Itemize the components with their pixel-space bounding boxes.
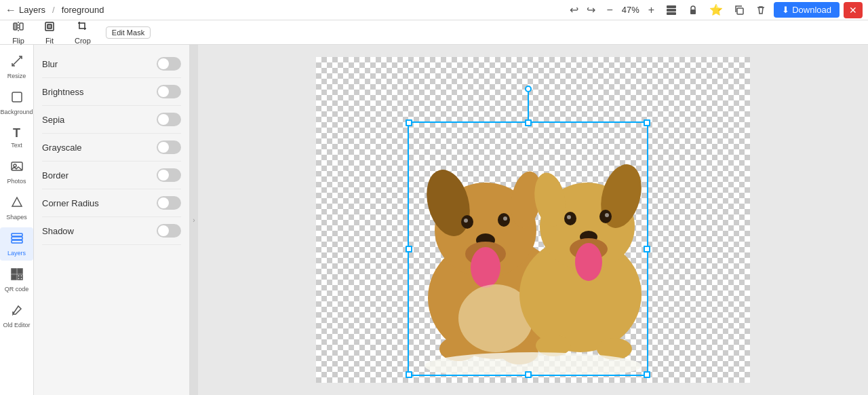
canvas-area[interactable] bbox=[198, 45, 868, 395]
download-button[interactable]: ⬇ Download bbox=[774, 2, 840, 18]
corner-radius-row: Corner Radius bbox=[42, 189, 181, 217]
svg-point-46 bbox=[567, 215, 571, 219]
download-label: Download bbox=[792, 5, 831, 15]
grayscale-toggle[interactable] bbox=[157, 140, 181, 154]
crop-icon bbox=[77, 20, 89, 35]
svg-rect-20 bbox=[18, 269, 22, 273]
svg-rect-25 bbox=[18, 278, 20, 280]
svg-point-51 bbox=[575, 243, 602, 281]
svg-rect-23 bbox=[18, 275, 20, 277]
svg-rect-2 bbox=[667, 12, 676, 15]
brightness-row: Brightness bbox=[42, 78, 181, 106]
svg-point-37 bbox=[471, 247, 500, 288]
panel-collapse-handle[interactable]: › bbox=[190, 45, 198, 395]
top-toolbar: ← Layers / foreground ↩ ↪ − 47% + ⭐ bbox=[0, 0, 868, 20]
rotation-handle[interactable] bbox=[525, 86, 532, 92]
border-label: Border bbox=[42, 170, 68, 181]
svg-rect-14 bbox=[12, 233, 22, 236]
grayscale-row: Grayscale bbox=[42, 134, 181, 162]
layers-back-label: Layers bbox=[19, 5, 45, 15]
flip-icon bbox=[12, 20, 24, 35]
sidebar-layers-label: Layers bbox=[7, 250, 26, 257]
blur-row: Blur bbox=[42, 50, 181, 78]
sidebar-item-layers[interactable]: Layers bbox=[0, 227, 33, 261]
sidebar-item-resize[interactable]: Resize bbox=[0, 50, 33, 83]
svg-rect-1 bbox=[667, 9, 676, 12]
corner-radius-toggle[interactable] bbox=[157, 196, 181, 210]
back-button[interactable]: ← Layers bbox=[5, 4, 45, 16]
corner-radius-label: Corner Radius bbox=[42, 198, 99, 208]
brightness-label: Brightness bbox=[42, 87, 83, 97]
fit-button[interactable]: Fit bbox=[39, 19, 60, 46]
left-sidebar: Resize Background T Text Photos bbox=[0, 45, 34, 395]
blur-toggle[interactable] bbox=[157, 57, 181, 71]
undo-redo-group: ↩ ↪ bbox=[567, 2, 598, 18]
brightness-toggle[interactable] bbox=[157, 85, 181, 98]
canvas-container bbox=[316, 57, 750, 383]
redo-button[interactable]: ↪ bbox=[584, 2, 598, 18]
text-icon: T bbox=[13, 126, 20, 140]
download-icon: ⬇ bbox=[782, 5, 789, 15]
zoom-in-button[interactable]: + bbox=[646, 3, 657, 18]
shadow-toggle[interactable] bbox=[157, 224, 181, 238]
sidebar-resize-label: Resize bbox=[7, 73, 26, 79]
background-icon bbox=[10, 90, 24, 107]
sidebar-item-photos[interactable]: Photos bbox=[0, 155, 33, 189]
qrcode-icon bbox=[10, 267, 24, 284]
copy-icon-button[interactable] bbox=[730, 3, 748, 18]
flip-button[interactable]: Flip bbox=[8, 19, 28, 46]
sidebar-item-text[interactable]: T Text bbox=[0, 122, 33, 153]
sidebar-item-background[interactable]: Background bbox=[0, 86, 33, 119]
sidebar-shapes-label: Shapes bbox=[6, 214, 27, 221]
layers-sidebar-icon bbox=[10, 231, 24, 248]
crop-label: Crop bbox=[75, 37, 91, 45]
svg-point-34 bbox=[503, 217, 507, 221]
sidebar-item-shapes[interactable]: Shapes bbox=[0, 191, 33, 225]
zoom-controls: − 47% + bbox=[604, 3, 657, 18]
sidebar-oldeditor-label: Old Editor bbox=[3, 322, 30, 328]
close-button[interactable]: ✕ bbox=[844, 2, 863, 18]
blur-label: Blur bbox=[42, 59, 58, 69]
svg-rect-24 bbox=[20, 275, 22, 277]
flip-label: Flip bbox=[12, 37, 24, 45]
lock-icon-button[interactable] bbox=[684, 3, 702, 18]
trash-icon-button[interactable] bbox=[752, 3, 770, 18]
sidebar-background-label: Background bbox=[0, 109, 33, 115]
breadcrumb-name: foreground bbox=[62, 5, 104, 15]
svg-rect-10 bbox=[12, 92, 22, 102]
svg-rect-16 bbox=[12, 240, 22, 243]
back-arrow-icon: ← bbox=[5, 4, 16, 16]
fit-icon bbox=[43, 20, 56, 35]
edit-mask-label: Edit Mask bbox=[112, 29, 144, 37]
layers-icon-button[interactable] bbox=[663, 3, 680, 18]
sidebar-qrcode-label: QR code bbox=[5, 286, 29, 293]
breadcrumb-separator: / bbox=[52, 5, 55, 15]
border-row: Border bbox=[42, 162, 181, 189]
sepia-toggle[interactable] bbox=[157, 113, 181, 126]
sidebar-item-oldeditor[interactable]: Old Editor bbox=[0, 299, 33, 333]
edit-mask-button[interactable]: Edit Mask bbox=[106, 26, 151, 39]
star-icon-button[interactable]: ⭐ bbox=[706, 1, 726, 18]
main-area: Resize Background T Text Photos bbox=[0, 45, 868, 395]
svg-rect-18 bbox=[12, 269, 16, 273]
zoom-out-button[interactable]: − bbox=[604, 3, 615, 18]
fit-label: Fit bbox=[45, 37, 54, 45]
second-toolbar: Flip Fit Crop Edit Mask bbox=[0, 20, 868, 45]
crop-button[interactable]: Crop bbox=[71, 19, 95, 46]
undo-button[interactable]: ↩ bbox=[567, 2, 581, 18]
sidebar-item-qrcode[interactable]: QR code bbox=[0, 263, 33, 297]
grayscale-label: Grayscale bbox=[42, 143, 82, 153]
svg-rect-15 bbox=[12, 237, 22, 240]
border-toggle[interactable] bbox=[157, 168, 181, 182]
shadow-label: Shadow bbox=[42, 226, 74, 236]
svg-rect-5 bbox=[14, 23, 17, 30]
svg-rect-0 bbox=[667, 5, 676, 8]
svg-rect-4 bbox=[737, 8, 743, 14]
dogs-image bbox=[408, 121, 648, 376]
svg-rect-22 bbox=[12, 276, 16, 279]
shapes-icon bbox=[10, 195, 24, 212]
svg-point-32 bbox=[464, 219, 468, 223]
svg-rect-9 bbox=[47, 24, 52, 29]
top-right-actions: ⭐ ⬇ Download ✕ bbox=[663, 1, 863, 18]
zoom-percent-label: 47% bbox=[618, 5, 643, 15]
